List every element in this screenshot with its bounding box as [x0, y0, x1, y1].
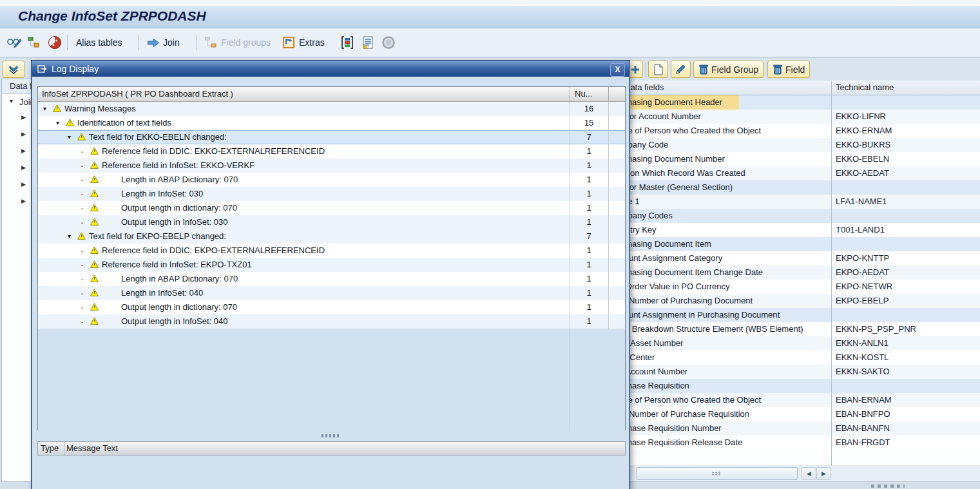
log-tree-row[interactable]: ·Reference field in InfoSet: EKKO-VERKF1 [38, 158, 625, 173]
field-groups-icon [205, 37, 218, 48]
log-tree-header: InfoSet ZPRPODASH ( PR PO Dashboard Extr… [38, 87, 625, 102]
warning-icon [90, 161, 99, 169]
technical-name: EKKN-SAKTO [836, 365, 890, 379]
delete-field-button[interactable]: Field [767, 61, 810, 78]
log-tree-row[interactable]: ·Length in ABAP Dictionary: 0701 [38, 272, 625, 286]
bullet-icon: · [81, 144, 84, 158]
bullet-icon: · [81, 258, 84, 272]
column-divider [608, 102, 609, 329]
log-tree-row[interactable]: ·Reference field in DDIC: EKKO-EXTERNALR… [38, 144, 625, 158]
log-tree-row[interactable]: ▾Text field for EKPO-EBELP changed:7 [38, 229, 625, 244]
plus-icon [631, 65, 640, 74]
log-message-text: Reference field in DDIC: EKPO-EXTERNALRE… [102, 244, 325, 258]
join-button[interactable]: Join [147, 34, 180, 51]
message-count: 1 [570, 173, 608, 187]
log-tree-row[interactable]: ·Length in InfoSet: 0401 [38, 286, 625, 300]
bullet-icon: · [81, 286, 84, 300]
log-tree-row[interactable]: ·Output length in InfoSet: 0301 [38, 215, 625, 229]
dialog-title-bar[interactable]: Log Display X [32, 61, 629, 77]
column-divider [570, 102, 570, 329]
bullet-icon: · [81, 244, 84, 258]
log-message-text: Identification of text fields [77, 116, 171, 130]
message-count: 1 [570, 258, 608, 272]
log-tree-row[interactable]: ▾Text field for EKKO-EBELN changed:7 [38, 130, 625, 144]
scrollbar-thumb[interactable] [637, 467, 798, 480]
message-table-header: Type Message Text [37, 441, 626, 455]
delete-field-group-button[interactable]: Field Group [693, 61, 764, 78]
message-count: 7 [570, 229, 608, 244]
toolbar-separator [645, 62, 646, 77]
edit-button[interactable] [671, 61, 691, 78]
log-tree-row[interactable]: ·Reference field in InfoSet: EKPO-TXZ011 [38, 258, 625, 272]
collapse-arrow-icon[interactable]: ▶ [21, 114, 26, 120]
extras-button[interactable]: Extras [282, 34, 325, 51]
expand-arrow-icon[interactable]: ▾ [68, 130, 71, 144]
field-groups-label: Field groups [221, 37, 271, 48]
warning-icon [90, 204, 99, 211]
field-label: Work Breakdown Structure Element (WBS El… [610, 322, 803, 336]
collapse-arrow-icon[interactable]: ▶ [21, 181, 26, 187]
color-legend-icon[interactable] [340, 34, 354, 51]
bullet-icon: · [81, 173, 84, 187]
log-tree-panel: InfoSet ZPRPODASH ( PR PO Dashboard Extr… [37, 86, 626, 430]
document-icon[interactable] [361, 34, 375, 51]
log-tree-row[interactable]: ▾Warning Messages16 [38, 102, 625, 116]
expand-arrow-icon[interactable]: ▾ [10, 97, 13, 104]
technical-name: EBAN-BNFPO [836, 407, 890, 421]
log-message-text: Warning Messages [64, 102, 136, 116]
field-label: Name of Person who Created the Object [610, 124, 761, 138]
extras-label: Extras [299, 37, 325, 48]
alias-tables-button[interactable]: Alias tables [76, 34, 122, 51]
log-message-text: Reference field in InfoSet: EKPO-TXZ01 [102, 258, 252, 272]
collapse-arrow-icon[interactable]: ▶ [21, 148, 26, 154]
technical-name: EKKO-AEDAT [836, 166, 889, 180]
technical-name: T001-LAND1 [836, 223, 885, 237]
expand-arrow-icon[interactable]: ▾ [56, 116, 59, 130]
log-tree-row[interactable]: ·Length in ABAP Dictionary: 0701 [38, 173, 625, 187]
hierarchy-icon[interactable] [27, 34, 41, 51]
col-header-data-fields: Data fields [624, 82, 664, 92]
message-count: 1 [570, 272, 608, 286]
warning-icon [90, 317, 99, 325]
log-tree-row[interactable]: ·Output length in dictionary: 0701 [38, 201, 625, 215]
pencil-icon [675, 64, 686, 75]
splitter-handle[interactable] [322, 434, 341, 437]
log-message-text: Text field for EKKO-EBELN changed: [89, 130, 227, 144]
log-tree-row[interactable]: ·Reference field in DDIC: EKPO-EXTERNALR… [38, 244, 625, 258]
log-tree-row[interactable]: ▾Identification of text fields15 [38, 116, 625, 130]
bullet-icon: · [81, 215, 84, 229]
collapse-arrow-icon[interactable]: ▶ [21, 164, 26, 171]
technical-name: EKKN-ANLN1 [836, 336, 889, 350]
resize-grip-dots[interactable] [871, 484, 905, 488]
technical-name: EKPO-AEDAT [836, 265, 889, 280]
scroll-left-button[interactable]: ◀ [802, 467, 816, 480]
log-message-text: Output length in dictionary: 070 [121, 201, 237, 215]
field-label: Item Number of Purchasing Document [610, 294, 753, 308]
expand-arrow-icon[interactable]: ▾ [68, 229, 71, 244]
warning-icon [90, 175, 99, 183]
technical-name: EBAN-ERNAM [836, 393, 892, 407]
log-tree-row[interactable]: ·Length in InfoSet: 0301 [38, 187, 625, 201]
message-count: 1 [570, 158, 608, 173]
warning-icon [90, 147, 99, 155]
bullet-icon: · [81, 300, 84, 314]
close-icon[interactable]: X [610, 63, 625, 77]
bullet-icon: · [81, 272, 84, 286]
message-count: 1 [570, 215, 608, 229]
log-tree-row[interactable]: ·Output length in InfoSet: 0401 [38, 314, 625, 329]
col-header-message-text: Message Text [66, 443, 118, 453]
log-tree-row[interactable]: ·Output length in dictionary: 0701 [38, 300, 625, 314]
technical-name: EKKN-KOSTL [836, 350, 889, 365]
stop-icon[interactable] [48, 34, 62, 51]
bullet-icon: · [81, 314, 84, 329]
collapse-arrow-icon[interactable]: ▶ [21, 131, 26, 137]
scroll-right-button[interactable]: ▶ [816, 467, 831, 480]
join-arrow-icon [147, 38, 160, 48]
expand-all-button[interactable] [3, 61, 24, 78]
display-change-icon[interactable] [6, 34, 22, 51]
new-page-button[interactable] [648, 61, 668, 78]
log-message-text: Reference field in DDIC: EKKO-EXTERNALRE… [102, 144, 325, 158]
technical-name: EKKO-BUKRS [836, 138, 890, 152]
expand-arrow-icon[interactable]: ▾ [43, 102, 46, 116]
collapse-arrow-icon[interactable]: ▶ [21, 198, 26, 204]
